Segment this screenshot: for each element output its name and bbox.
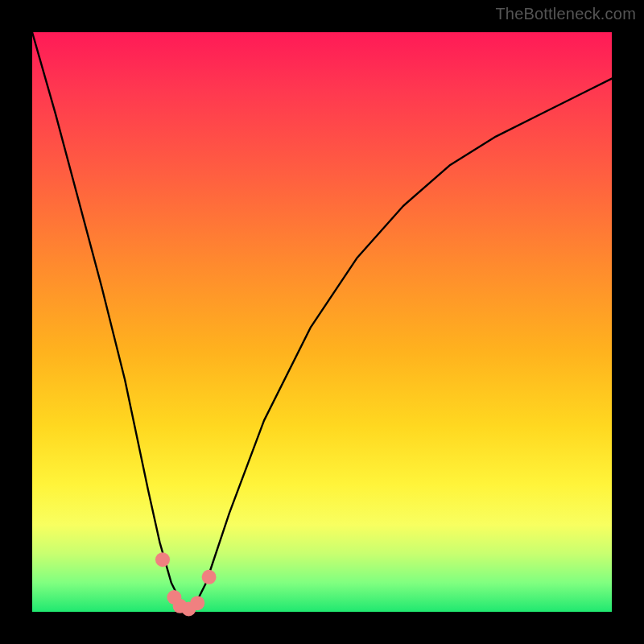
minimum-marker: [202, 570, 217, 584]
watermark-text: TheBottleneck.com: [495, 5, 636, 23]
minimum-marker: [155, 552, 170, 567]
bottleneck-curve: [32, 32, 612, 612]
chart-frame: TheBottleneck.com: [0, 0, 644, 644]
plot-area: [32, 32, 612, 612]
minimum-markers: [155, 552, 217, 616]
minimum-marker: [190, 596, 204, 610]
curve-layer: [32, 32, 612, 612]
